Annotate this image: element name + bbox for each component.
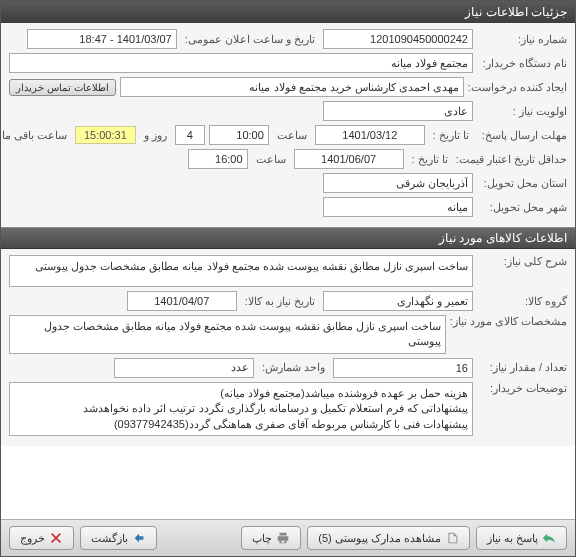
print-icon <box>276 531 290 545</box>
footer-toolbar: پاسخ به نیاز مشاهده مدارک پیوستی (5) چاپ… <box>1 519 575 556</box>
city-input[interactable] <box>323 197 473 217</box>
exit-button[interactable]: خروج <box>9 526 74 550</box>
notes-label: توضیحات خریدار: <box>477 382 567 395</box>
deadline-time-input[interactable] <box>209 125 269 145</box>
window-title: جزئیات اطلاعات نیاز <box>465 5 567 19</box>
respond-button[interactable]: پاسخ به نیاز <box>476 526 567 550</box>
need-info-section: شماره نیاز: تاریخ و ساعت اعلان عمومی: نا… <box>1 23 575 227</box>
deadline-date-input[interactable] <box>315 125 425 145</box>
exit-label: خروج <box>20 532 45 545</box>
notes-textarea[interactable]: هزینه حمل بر عهده فروشنده میباشد(مجتمع ف… <box>9 382 473 436</box>
buyer-input[interactable] <box>9 53 473 73</box>
priority-label: اولویت نیاز : <box>477 105 567 118</box>
group-label: گروه کالا: <box>477 295 567 308</box>
qty-input[interactable] <box>333 358 473 378</box>
goods-section-header: اطلاعات کالاهای مورد نیاز <box>1 227 575 249</box>
goods-section: شرح کلی نیاز: ساخت اسپری نازل مطابق نقشه… <box>1 249 575 446</box>
days-remaining-input[interactable] <box>175 125 205 145</box>
validity-label: حداقل تاریخ اعتبار قیمت: <box>456 153 567 166</box>
days-suffix: روز و <box>140 129 171 142</box>
validity-time-input[interactable] <box>188 149 248 169</box>
validity-date-input[interactable] <box>294 149 404 169</box>
reply-icon <box>542 531 556 545</box>
main-window: جزئیات اطلاعات نیاز شماره نیاز: تاریخ و … <box>0 0 576 557</box>
to-date-label-1: تا تاریخ : <box>429 129 473 142</box>
unit-label: واحد شمارش: <box>258 361 329 374</box>
back-button[interactable]: بازگشت <box>80 526 157 550</box>
timer-suffix: ساعت باقی مانده <box>0 129 71 142</box>
attachment-icon <box>445 531 459 545</box>
countdown-timer: 15:00:31 <box>75 126 136 144</box>
need-number-input[interactable] <box>323 29 473 49</box>
back-label: بازگشت <box>91 532 128 545</box>
province-input[interactable] <box>323 173 473 193</box>
time-label-2: ساعت <box>252 153 290 166</box>
buyer-label: نام دستگاه خریدار: <box>477 57 567 70</box>
time-label-1: ساعت <box>273 129 311 142</box>
deadline-send-label: مهلت ارسال پاسخ: <box>477 129 567 142</box>
window-titlebar: جزئیات اطلاعات نیاز <box>1 1 575 23</box>
announce-label: تاریخ و ساعت اعلان عمومی: <box>181 33 319 46</box>
print-label: چاپ <box>252 532 272 545</box>
attachments-button[interactable]: مشاهده مدارک پیوستی (5) <box>307 526 470 550</box>
need-number-label: شماره نیاز: <box>477 33 567 46</box>
qty-label: تعداد / مقدار نیاز: <box>477 361 567 374</box>
unit-input[interactable] <box>114 358 254 378</box>
desc-textarea[interactable]: ساخت اسپری نازل مطابق نقشه پیوست شده مجت… <box>9 255 473 287</box>
spec-label: مشخصات کالای مورد نیاز: <box>450 315 567 328</box>
buyer-contact-button[interactable]: اطلاعات تماس خریدار <box>9 79 116 96</box>
to-date-label-2: تا تاریخ : <box>408 153 452 166</box>
exit-icon <box>49 531 63 545</box>
requester-input[interactable] <box>120 77 464 97</box>
announce-date-input[interactable] <box>27 29 177 49</box>
city-label: شهر محل تحویل: <box>477 201 567 214</box>
group-input[interactable] <box>323 291 473 311</box>
print-button[interactable]: چاپ <box>241 526 301 550</box>
requester-label: ایجاد کننده درخواست: <box>468 81 567 94</box>
desc-label: شرح کلی نیاز: <box>477 255 567 268</box>
respond-label: پاسخ به نیاز <box>487 532 538 545</box>
back-icon <box>132 531 146 545</box>
spec-textarea[interactable]: ساخت اسپری نازل مطابق نقشه پیوست شده مجت… <box>9 315 446 354</box>
province-label: استان محل تحویل: <box>477 177 567 190</box>
attachments-label: مشاهده مدارک پیوستی (5) <box>318 532 441 545</box>
need-date-input[interactable] <box>127 291 237 311</box>
need-date-label: تاریخ نیاز به کالا: <box>241 295 319 308</box>
priority-input[interactable] <box>323 101 473 121</box>
